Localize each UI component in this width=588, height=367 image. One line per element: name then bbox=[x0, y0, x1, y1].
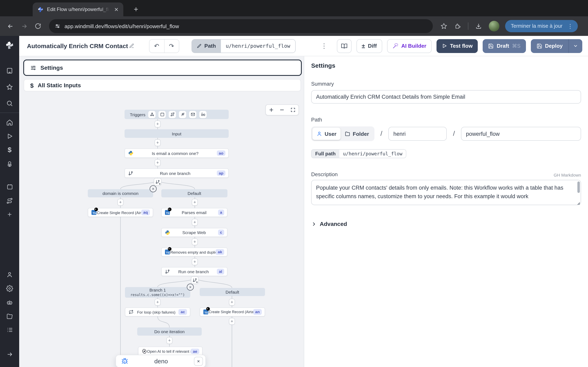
insert-step-button[interactable]: + bbox=[192, 219, 198, 226]
url-bar[interactable]: app.windmill.dev/flows/edit/u/henri/powe… bbox=[49, 19, 433, 33]
triggers-node[interactable]: Triggers bbox=[125, 110, 229, 119]
diff-button[interactable]: ± Diff bbox=[356, 39, 382, 53]
back-icon[interactable] bbox=[4, 20, 16, 32]
path-chip-value: u/henri/powerful_flow bbox=[221, 39, 295, 52]
step-node-ao[interactable]: Is email a common one? ao bbox=[125, 149, 229, 158]
insert-step-button[interactable]: + bbox=[229, 318, 235, 325]
undo-button[interactable]: ↶ bbox=[149, 39, 164, 52]
browser-update-button[interactable]: Terminer la mise à jour ⋮ bbox=[505, 20, 578, 32]
tab-close-icon[interactable]: ✕ bbox=[113, 6, 120, 13]
add-branch-button[interactable]: + bbox=[191, 276, 199, 284]
remove-branch-button[interactable]: × bbox=[187, 284, 194, 291]
static-inputs-card[interactable]: $ All Static Inputs bbox=[24, 79, 301, 91]
poll-trigger-icon[interactable] bbox=[199, 111, 207, 118]
insert-step-button[interactable]: + bbox=[166, 337, 173, 344]
branch-header-branch1[interactable]: Branch 1 results.c.some((x)=>x!="") bbox=[125, 287, 190, 298]
new-tab-button[interactable]: + bbox=[131, 4, 141, 15]
deploy-caret-button[interactable] bbox=[568, 39, 582, 53]
sidebar-schedules-icon[interactable] bbox=[0, 180, 19, 194]
docs-button[interactable] bbox=[337, 39, 352, 53]
test-flow-button[interactable]: Test flow bbox=[437, 39, 478, 53]
insert-step-button[interactable]: + bbox=[155, 120, 161, 127]
insert-step-button[interactable]: + bbox=[155, 299, 161, 306]
step-node-ak[interactable]: TS Removes empty and duplicates ak bbox=[161, 248, 227, 257]
branch-header-default[interactable]: Default bbox=[161, 189, 227, 197]
insert-step-button[interactable]: + bbox=[192, 199, 198, 206]
step-node-ac[interactable]: For loop (skip failures) ac bbox=[125, 308, 190, 317]
sidebar-home-icon[interactable] bbox=[0, 115, 19, 129]
insert-step-button[interactable]: + bbox=[155, 159, 161, 166]
sidebar-logs-icon[interactable] bbox=[0, 323, 19, 337]
deploy-button[interactable]: Deploy bbox=[531, 39, 568, 53]
insert-step-button[interactable]: + bbox=[117, 199, 123, 206]
iteration-node[interactable]: Do one iteration bbox=[137, 327, 202, 336]
email-trigger-icon[interactable] bbox=[189, 111, 196, 118]
toast-close-button[interactable]: × bbox=[194, 357, 203, 366]
sidebar-runs-icon[interactable] bbox=[0, 129, 19, 143]
path-chip[interactable]: Path u/henri/powerful_flow bbox=[191, 39, 295, 53]
insert-step-button[interactable]: + bbox=[155, 139, 161, 146]
windmill-logo-icon[interactable] bbox=[0, 36, 19, 55]
insert-step-button[interactable]: + bbox=[192, 238, 198, 245]
forward-icon[interactable] bbox=[18, 20, 30, 32]
user-toggle-option[interactable]: User bbox=[312, 128, 341, 140]
browser-tab[interactable]: Edit Flow u/henri/powerful_flo ✕ bbox=[33, 2, 123, 16]
edit-title-icon[interactable] bbox=[129, 43, 134, 49]
draft-button[interactable]: Draft ⌘S bbox=[483, 39, 526, 53]
redo-button[interactable]: ↷ bbox=[164, 39, 179, 52]
step-node-ap[interactable]: Run one branch ap bbox=[125, 168, 229, 178]
route-trigger-icon[interactable] bbox=[169, 111, 176, 118]
add-branch-button[interactable]: + bbox=[154, 178, 162, 186]
step-node-c[interactable]: Scrape Web c bbox=[161, 228, 227, 237]
folder-toggle-option[interactable]: Folder bbox=[341, 128, 373, 140]
sidebar-routes-icon[interactable] bbox=[0, 194, 19, 208]
fit-view-icon[interactable] bbox=[290, 107, 296, 113]
flow-title[interactable]: Automatically Enrich CRM Contact bbox=[27, 42, 134, 49]
path-name-input[interactable] bbox=[461, 127, 581, 141]
input-node[interactable]: Input bbox=[125, 129, 229, 138]
websocket-trigger-icon[interactable] bbox=[179, 111, 186, 118]
ai-builder-button[interactable]: AI Builder bbox=[387, 39, 432, 53]
step-node-an[interactable]: TS Create Single Record (Airtable) an bbox=[200, 308, 265, 317]
step-node-al[interactable]: Run one branch al bbox=[161, 267, 227, 276]
extensions-icon[interactable] bbox=[452, 20, 464, 32]
sidebar-expand-icon[interactable] bbox=[0, 347, 19, 361]
sidebar-resources-icon[interactable] bbox=[0, 157, 19, 171]
schedule-trigger-icon[interactable] bbox=[158, 111, 166, 118]
reload-icon[interactable] bbox=[32, 20, 44, 32]
insert-step-button[interactable]: + bbox=[229, 299, 235, 306]
more-options-icon[interactable]: ⋮ bbox=[317, 42, 332, 50]
sidebar-add-icon[interactable]: + bbox=[0, 208, 19, 221]
sidebar-search-icon[interactable] bbox=[0, 96, 19, 110]
tune-icon[interactable] bbox=[55, 23, 61, 29]
sidebar-favorites-icon[interactable] bbox=[0, 80, 19, 94]
flow-canvas[interactable]: Triggers + Input + Is email a bbox=[19, 95, 303, 367]
summary-input[interactable] bbox=[311, 90, 581, 104]
step-node-aq[interactable]: TS Create Single Record (Airtable) aq bbox=[88, 208, 153, 217]
insert-step-button[interactable]: + bbox=[192, 258, 198, 265]
webhook-trigger-icon[interactable] bbox=[148, 111, 156, 118]
description-textarea[interactable]: Populate your CRM contacts' details from… bbox=[311, 180, 581, 205]
sidebar-settings-icon[interactable] bbox=[0, 281, 19, 295]
sidebar-variables-icon[interactable]: $ bbox=[0, 143, 19, 157]
description-scrollbar[interactable] bbox=[577, 182, 580, 193]
path-owner-input[interactable] bbox=[389, 127, 447, 141]
remove-branch-button[interactable]: × bbox=[150, 185, 156, 192]
profile-avatar[interactable] bbox=[489, 21, 499, 31]
zoom-out-icon[interactable] bbox=[279, 107, 285, 113]
zoom-in-icon[interactable] bbox=[269, 107, 274, 113]
resize-grip-icon[interactable] bbox=[577, 202, 580, 205]
browser-menu-icon[interactable]: ⋮ bbox=[566, 23, 575, 29]
branch-header-domain[interactable]: domain is common bbox=[88, 189, 153, 197]
sidebar-workspace-icon[interactable] bbox=[0, 64, 19, 77]
settings-card[interactable]: Settings bbox=[23, 59, 302, 76]
deno-toast[interactable]: deno × bbox=[116, 355, 206, 367]
sidebar-workers-icon[interactable] bbox=[0, 295, 19, 309]
sidebar-folders-icon[interactable] bbox=[0, 309, 19, 323]
step-node-a[interactable]: TS Parses email a bbox=[161, 208, 227, 217]
bookmark-star-icon[interactable] bbox=[438, 20, 450, 32]
download-icon[interactable] bbox=[472, 20, 485, 32]
branch-header-default-2[interactable]: Default bbox=[200, 288, 265, 296]
sidebar-account-icon[interactable] bbox=[0, 267, 19, 281]
advanced-toggle[interactable]: Advanced bbox=[311, 221, 581, 227]
